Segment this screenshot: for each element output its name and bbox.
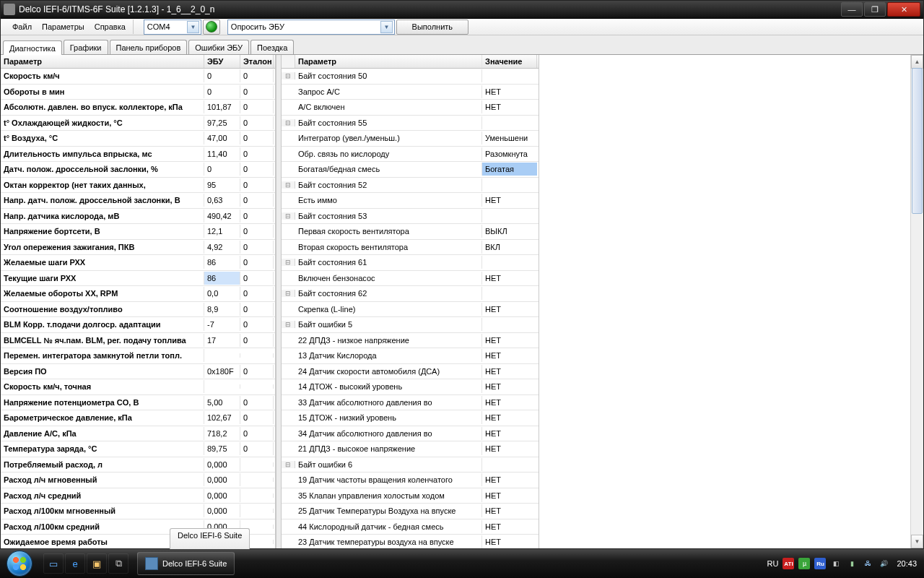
document-tab[interactable]: Delco IEFI-6 Suite: [170, 528, 250, 549]
table-row[interactable]: Расход л/100км мгновенный0,000: [1, 504, 275, 519]
table-row[interactable]: Первая скорость вентилятораВЫКЛ: [282, 224, 539, 240]
table-row[interactable]: 21 ДПДЗ - высокое напряжениеНЕТ: [282, 441, 539, 457]
close-button[interactable]: ✕: [887, 2, 920, 17]
table-row[interactable]: Угол опережения зажигания, ПКВ4,920: [1, 240, 275, 256]
table-row[interactable]: 15 ДТОЖ - низкий уровеньНЕТ: [282, 410, 539, 426]
network-tray-icon[interactable]: 🖧: [862, 558, 873, 569]
col-etalon[interactable]: Эталон: [240, 55, 274, 68]
table-row[interactable]: 44 Кислородный датчик - бедная смесьНЕТ: [282, 519, 539, 535]
ru-tray-icon[interactable]: Ru: [814, 558, 826, 569]
collapse-icon[interactable]: ⊟: [282, 461, 295, 468]
table-row[interactable]: Богатая/бедная смесьБогатая: [282, 162, 539, 178]
maximize-button[interactable]: ❐: [864, 2, 886, 17]
table-row[interactable]: Есть иммоНЕТ: [282, 193, 539, 209]
table-row[interactable]: Желаемые обороты ХХ, RPM0,00: [1, 286, 275, 302]
table-row[interactable]: Включен бензонасосНЕТ: [282, 271, 539, 287]
collapse-icon[interactable]: ⊟: [282, 290, 295, 297]
table-row[interactable]: 13 Датчик КислородаНЕТ: [282, 348, 539, 364]
table-row[interactable]: Абсолютн. давлен. во впуск. коллекторе, …: [1, 100, 275, 116]
show-desktop-icon[interactable]: ▭: [43, 553, 64, 574]
table-row[interactable]: 24 Датчик скорости автомобиля (ДСА)НЕТ: [282, 364, 539, 380]
table-row[interactable]: ⊟Байт ошибки 5: [282, 317, 539, 333]
table-row[interactable]: Барометрическое давление, кПа102,670: [1, 410, 275, 426]
table-row[interactable]: BLMCELL № яч.пам. BLM, рег. подачу топли…: [1, 333, 275, 349]
collapse-icon[interactable]: ⊟: [282, 119, 295, 126]
tab-errors[interactable]: Ошибки ЭБУ: [188, 40, 249, 54]
action-combo[interactable]: Опросить ЭБУ ▼: [227, 20, 395, 35]
table-row[interactable]: Октан корректор (нет таких данных,950: [1, 178, 275, 194]
tab-charts[interactable]: Графики: [64, 40, 108, 54]
collapse-icon[interactable]: ⊟: [282, 181, 295, 189]
switcher-icon[interactable]: ⧉: [108, 553, 128, 574]
tab-dash[interactable]: Панель приборов: [110, 40, 188, 54]
table-row[interactable]: Вторая скорость вентилятораВКЛ: [282, 240, 539, 256]
table-row[interactable]: 19 Датчик частоты вращения коленчатогоНЕ…: [282, 473, 539, 488]
scroll-down-icon[interactable]: ▼: [911, 535, 923, 548]
table-row[interactable]: Желаемые шаги РХХ860: [1, 255, 275, 271]
table-row[interactable]: Интегратор (увел./уменьш.)Уменьшени: [282, 131, 539, 147]
collapse-icon[interactable]: ⊟: [282, 259, 295, 266]
table-row[interactable]: ⊟Байт ошибки 6: [282, 457, 539, 473]
menu-help[interactable]: Справка: [90, 20, 130, 33]
table-row[interactable]: Текущие шаги РХХ860: [1, 271, 275, 287]
table-row[interactable]: Расход л/ч мгновенный0,000: [1, 473, 275, 488]
table-row[interactable]: Соотношение воздух/топливо8,90: [1, 302, 275, 318]
table-row[interactable]: Потребляемый расход, л0,000: [1, 457, 275, 473]
left-table-body[interactable]: Скорость км/ч00Обороты в мин00Абсолютн. …: [1, 69, 275, 548]
col-value[interactable]: Значение: [482, 55, 537, 68]
table-row[interactable]: ⊟Байт состояния 55: [282, 116, 539, 131]
mid-table-body[interactable]: ⊟Байт состояния 50Запрос A/CНЕТA/C включ…: [282, 69, 539, 548]
table-row[interactable]: Напр. датч. полож. дроссельной заслонки,…: [1, 193, 275, 209]
start-button[interactable]: [0, 549, 39, 578]
table-row[interactable]: ⊟Байт состояния 61: [282, 255, 539, 271]
table-row[interactable]: Версия ПО0x180F0: [1, 364, 275, 380]
table-row[interactable]: Напряжение потенциометра CO, В5,000: [1, 395, 275, 411]
ie-icon[interactable]: e: [65, 553, 85, 574]
table-row[interactable]: A/C включенНЕТ: [282, 100, 539, 116]
clock[interactable]: 20:43: [897, 559, 917, 568]
table-row[interactable]: BLM Корр. т.подачи долгоср. адаптации-70: [1, 317, 275, 333]
table-row[interactable]: 23 Датчик температуры воздуха на впускеН…: [282, 535, 539, 548]
table-row[interactable]: Давление A/C, кПа718,20: [1, 426, 275, 442]
col-ecu[interactable]: ЭБУ: [204, 55, 240, 68]
table-row[interactable]: Температура заряда, °C89,750: [1, 441, 275, 457]
collapse-icon[interactable]: ⊟: [282, 321, 295, 328]
lang-indicator[interactable]: RU: [767, 559, 779, 568]
scroll-up-icon[interactable]: ▲: [911, 55, 923, 69]
record-button[interactable]: [203, 20, 220, 35]
table-row[interactable]: Напр. датчика кислорода, мВ490,420: [1, 209, 275, 225]
collapse-icon[interactable]: ⊟: [282, 212, 295, 220]
collapse-icon[interactable]: ⊟: [282, 72, 295, 79]
table-row[interactable]: Обороты в мин00: [1, 85, 275, 100]
table-row[interactable]: 35 Клапан управления холостым ходомНЕТ: [282, 488, 539, 504]
col-param2[interactable]: Параметр: [295, 55, 482, 68]
table-row[interactable]: Обр. связь по кислородуРазомкнута: [282, 147, 539, 163]
table-row[interactable]: Скорость км/ч00: [1, 69, 275, 85]
tray-icon[interactable]: ◧: [830, 558, 842, 569]
menu-params[interactable]: Параметры: [38, 20, 89, 33]
scroll-thumb[interactable]: [912, 68, 923, 214]
table-row[interactable]: 22 ДПДЗ - низкое напряжениеНЕТ: [282, 333, 539, 349]
table-row[interactable]: 14 ДТОЖ - высокий уровеньНЕТ: [282, 379, 539, 395]
table-row[interactable]: ⊟Байт состояния 52: [282, 178, 539, 194]
col-param[interactable]: Параметр: [1, 55, 204, 68]
tab-diag[interactable]: Диагностика: [3, 40, 62, 55]
menu-file[interactable]: Файл: [8, 20, 36, 33]
table-row[interactable]: Скрепка (L-line)НЕТ: [282, 302, 539, 318]
table-row[interactable]: Длительность импульса впрыска, мс11,400: [1, 147, 275, 163]
table-row[interactable]: Напряжение бортсети, В12,10: [1, 224, 275, 240]
tab-trip[interactable]: Поездка: [250, 40, 294, 54]
table-row[interactable]: t° Воздуха, °C47,000: [1, 131, 275, 147]
table-row[interactable]: 34 Датчик абсолютного давления воНЕТ: [282, 426, 539, 442]
titlebar[interactable]: Delco IEFI-6/ITMS-6F Suite [1.2.1.3] - 1…: [1, 1, 923, 19]
ati-tray-icon[interactable]: ATI: [783, 558, 794, 569]
table-row[interactable]: Расход л/ч средний0,000: [1, 488, 275, 504]
scrollbar[interactable]: ▲ ▼: [910, 55, 923, 548]
table-row[interactable]: Скорость км/ч, точная: [1, 379, 275, 395]
utorrent-tray-icon[interactable]: µ: [798, 558, 810, 569]
table-row[interactable]: Запрос A/CНЕТ: [282, 85, 539, 100]
taskbar-app-button[interactable]: Delco IEFI-6 Suite: [137, 552, 235, 575]
table-row[interactable]: ⊟Байт состояния 53: [282, 209, 539, 225]
table-row[interactable]: t° Охлаждающей жидкости, °C97,250: [1, 116, 275, 131]
volume-tray-icon[interactable]: 🔊: [878, 558, 889, 569]
